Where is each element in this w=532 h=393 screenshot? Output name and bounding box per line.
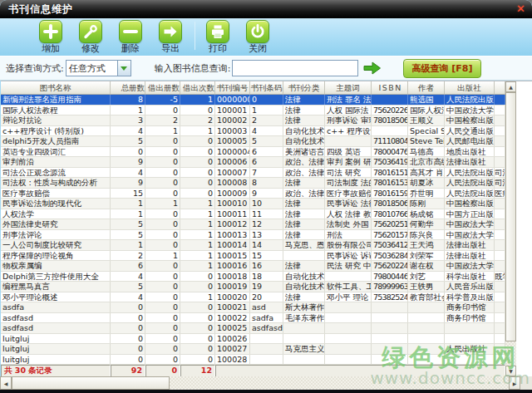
table-row[interactable]: Delphi第三方控件使用大全40010001818自动化技术.79800446… [1,272,505,282]
column-header[interactable]: 作者 [408,81,445,94]
table-cell: 人民法院出版 [445,168,495,178]
table-row[interactable]: 刑事法评论50110001313法律刑法7562015740陈兴良中国政法大学 [1,230,505,241]
vertical-scroll-thumb[interactable] [505,92,516,341]
table-row[interactable]: 国际人权法教程1001000011法律人权 国际法 教7562022631国际人… [1,106,505,116]
table-cell: 12 [250,219,283,229]
table-row[interactable]: asdfasd000100025asdfasd [1,323,505,334]
table-row[interactable]: 编程黑马真言50010001919自动化技术.软件工具、工具7899996309… [1,282,505,292]
table-row[interactable]: 邓小平理论概述40110002020法律邓小平 理论 思7538252476教育… [1,292,505,303]
table-cell: 4 [111,126,145,136]
table-row[interactable]: 外国法律史研究50110001212法律法制史 外国 教7562025118何勤… [1,219,505,230]
horizontal-scrollbar[interactable]: ◀ ▶ [0,376,532,390]
scrollbar-corner [520,376,532,390]
table-cell: 陈兴良 [408,230,445,240]
advanced-query-button[interactable]: 高级查询 [F8] [403,59,480,78]
table-cell: 法律 [283,261,325,271]
table-cell: 1 [180,240,215,250]
horizontal-scroll-track[interactable] [170,376,509,390]
scroll-left-icon[interactable]: ◀ [0,376,12,390]
table-row[interactable]: 审判前沿9001000066政治、法律审判 案例 研究7503641979北京市… [1,157,505,168]
table-row[interactable]: 人权法学10110001111法律人权 法律 教材7801076613杨成铭中国… [1,209,505,220]
toolbar-button-导出[interactable]: 导出 [153,20,188,54]
table-cell [325,272,372,282]
table-cell: 1 [250,106,283,115]
table-cell: 四级 英语 [325,147,372,157]
scroll-up-icon[interactable]: ▲ [505,81,516,92]
table-cell: 0 [180,302,215,312]
scroll-right-icon[interactable]: ▶ [509,376,520,390]
vertical-scrollbar[interactable]: ▲ ▼ [505,81,516,376]
column-header[interactable]: 书刊编号 [215,81,250,94]
table-row[interactable]: 司法权：性质与构成的分析9001000088法律司法制度 法的780161536… [1,178,505,189]
table-cell: 7503641268 [372,240,408,250]
column-header[interactable]: 主题词 [325,81,372,94]
table-row[interactable]: luitgluj000100028 [1,355,505,366]
scroll-down-icon[interactable]: ▼ [505,366,516,376]
table-cell: 0 [145,334,180,344]
table-cell: 0 [180,282,215,292]
column-header[interactable]: 借出册数 [145,81,180,94]
table-row[interactable]: delphi5开发人员指南5001000055自动化技术.7111080408S… [1,136,505,147]
toolbar-button-修改[interactable]: 修改 [73,20,108,54]
table-row[interactable]: 英语专业四级词汇00010000046美洲诸语言四级 英语7800047601马… [1,147,505,158]
table-row[interactable]: 程序保障的理论视角21110001515民事诉讼 诉讼7503628480刘荣军… [1,251,505,262]
table-cell: 100007 [215,168,250,178]
column-header[interactable]: 总册数 [111,81,145,94]
horizontal-scroll-thumb[interactable] [12,376,170,390]
table-row[interactable]: c++程序设计 (特别版)4111000034自动化技术.c++ 程序设计Spe… [1,126,505,137]
table-row[interactable]: 新编刑法罪名适用指南8-510000000000法律刑法 罪名 法律熊选国人民法… [1,95,505,106]
table-row[interactable]: 民事诉讼法制的现代化11110001010法律民事诉讼 法律7801850610… [1,199,505,209]
table-row[interactable]: asdfa000100021asd斯大林著作商务印书馆 [1,302,505,313]
search-input[interactable] [232,60,358,76]
table-cell [495,292,505,302]
table-row[interactable]: 医疗事故赔偿15001000099政治、法律医疗事故赔偿7801615980乔世… [1,189,505,199]
table-row[interactable]: 司法公正观念源流4001000077政治、法律司法 研究7801615115高其… [1,168,505,179]
table-cell: 中国政法大学 [445,106,495,115]
table-cell: 0 [180,313,215,323]
table-cell: 15 [111,189,145,199]
column-header[interactable]: 出版社 [445,81,495,94]
table-cell: 0 [111,355,145,365]
query-mode-select[interactable]: 任意方式 [66,60,131,76]
table-cell: c++ 程序设计 [325,126,372,136]
table-cell: 4 [111,292,145,302]
table-cell: 100021 [215,302,250,312]
table-cell [325,302,372,312]
table-cell: 刘艺 [408,272,445,282]
vertical-scroll-track[interactable] [505,341,516,366]
column-header[interactable]: 图书名称 [1,81,111,94]
table-cell: 0 [145,282,180,292]
table-cell: 司法 [495,168,505,178]
toolbar: 增加修改删除导出打印关闭 [0,18,532,56]
table-cell [325,313,372,323]
table-cell: 刑法 [325,230,372,240]
table-cell: 法律出版社 [445,240,495,250]
table-row[interactable]: luitgluj000100027马克思主义.人民出版社 [1,344,505,355]
table-cell [408,334,445,344]
table-cell [495,157,505,167]
close-icon[interactable]: ✕ [516,3,525,15]
column-header[interactable]: I S B N [372,81,408,94]
toolbar-button-删除[interactable]: 删除 [113,20,148,54]
table-cell [408,313,445,323]
table-cell: 0 [180,178,215,188]
table-row[interactable]: luitgluj000100026 [1,334,505,345]
table-cell: 2 [250,115,283,125]
column-header[interactable]: 借出次数 [180,81,215,94]
toolbar-button-打印[interactable]: 打印 [200,20,235,54]
table-cell: 0 [145,136,180,146]
table-cell [495,199,505,209]
toolbar-button-增加[interactable]: 增加 [33,20,68,54]
table-cell: 中国政法大学 [445,230,495,240]
column-header[interactable]: 书刊条码 [250,81,283,94]
column-header[interactable]: 书刊分类 [283,81,325,94]
table-row[interactable]: 一人公司制度比较研究10110001414马克思、恩股份有限公司75036412… [1,240,505,251]
go-arrow-icon[interactable] [363,61,382,76]
table-row[interactable]: asdfasd000100022sadfa毛泽东著作商务印书馆 [1,313,505,324]
table-row[interactable]: 物权亲属编60110001616法律民法 研究 中国7562022410谢在权中… [1,261,505,272]
combo-dropdown-button[interactable] [117,61,131,76]
toolbar-button-关闭[interactable]: 关闭 [240,20,275,54]
title-bar[interactable]: 书刊信息维护 ✕ [0,0,532,18]
column-header[interactable] [495,81,505,94]
table-row[interactable]: 辩论对抗论3221000022法律刑事诉讼 审理780185067X王顺义中国检… [1,115,505,126]
